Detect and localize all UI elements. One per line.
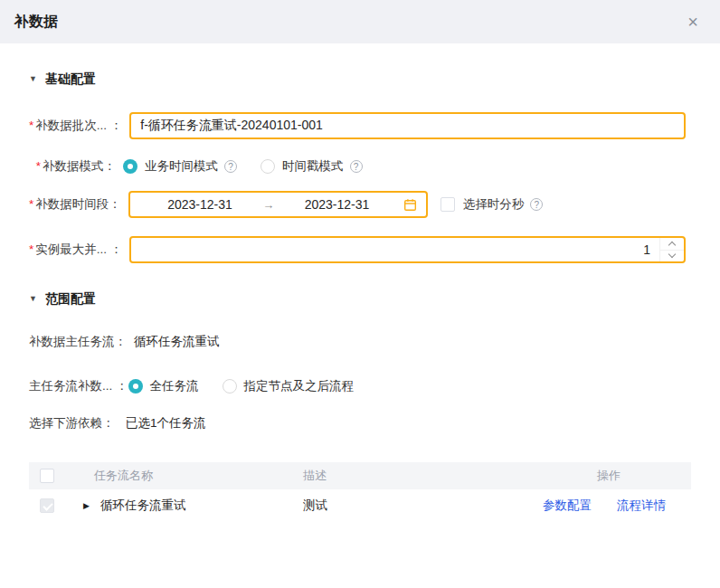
batch-name-input[interactable] — [129, 112, 686, 139]
period-label: *补数据时间段： — [29, 196, 121, 213]
dialog-body: ▼ 基础配置 *补数据批次... ： *补数据模式： 业务时间模式 ? — [0, 71, 720, 522]
expand-row-icon[interactable]: ▶ — [83, 501, 90, 510]
page-title: 补数据 — [14, 13, 58, 32]
flow-name: 循环任务流重试 — [100, 498, 186, 514]
number-spinner — [659, 238, 684, 261]
concurrency-label: *实例最大并... ： — [29, 242, 122, 258]
select-hms-option: 选择时分秒 ? — [441, 196, 544, 213]
concurrency-value-field[interactable] — [131, 238, 659, 261]
batch-name-row: *补数据批次... ： — [29, 112, 691, 139]
dialog-header: 补数据 × — [0, 0, 720, 43]
mode-label: *补数据模式： — [29, 158, 116, 175]
radio-unselected-icon — [261, 159, 275, 174]
row-actions-cell: 参数配置 流程详情 — [543, 498, 691, 514]
row-checkbox-checked-disabled — [40, 498, 54, 513]
flow-detail-link[interactable]: 流程详情 — [617, 498, 666, 514]
section-scope-config[interactable]: ▼ 范围配置 — [29, 290, 691, 308]
max-concurrency-row: *实例最大并... ： — [29, 236, 691, 263]
select-all-checkbox[interactable] — [40, 469, 54, 483]
time-period-row: *补数据时间段： 2023-12-31 → 2023-12-31 选择时分秒 — [29, 191, 691, 218]
main-flow-value: 循环任务流重试 — [134, 334, 220, 350]
scope-radio-group: 全任务流 指定节点及之后流程 — [128, 378, 378, 394]
radio-label: 时间戳模式 — [282, 158, 344, 175]
backfill-mode-row: *补数据模式： 业务时间模式 ? 时间戳模式 ? — [29, 158, 691, 175]
backfill-data-dialog: 补数据 × ▼ 基础配置 *补数据批次... ： *补数据模式： 业务时间模式 — [0, 0, 720, 522]
hms-label: 选择时分秒 — [463, 196, 525, 213]
radio-timestamp-mode[interactable]: 时间戳模式 ? — [261, 158, 363, 175]
required-asterisk: * — [29, 242, 33, 256]
section-basic-config[interactable]: ▼ 基础配置 — [29, 71, 691, 89]
required-asterisk: * — [29, 197, 33, 211]
close-icon[interactable]: × — [687, 13, 698, 31]
start-date[interactable]: 2023-12-31 — [139, 197, 261, 212]
decrement-button[interactable] — [660, 251, 684, 262]
flow-description: 测试 — [303, 498, 543, 514]
mode-radio-group: 业务时间模式 ? 时间戳模式 ? — [123, 158, 386, 175]
required-asterisk: * — [36, 159, 41, 173]
date-range-picker[interactable]: 2023-12-31 → 2023-12-31 — [128, 191, 428, 218]
header-checkbox-cell — [29, 469, 65, 483]
hms-checkbox[interactable] — [441, 197, 455, 212]
scope-mode-row: 主任务流补数... ： 全任务流 指定节点及之后流程 — [29, 378, 691, 394]
downstream-label: 选择下游依赖： — [29, 415, 123, 432]
radio-selected-icon — [128, 379, 143, 394]
help-icon[interactable]: ? — [530, 198, 543, 211]
section-basic-title: 基础配置 — [45, 71, 96, 88]
table-header-row: 任务流名称 描述 操作 — [29, 462, 691, 489]
column-header-flow-name: 任务流名称 — [65, 468, 303, 484]
table-row: ▶ 循环任务流重试 测试 参数配置 流程详情 — [29, 489, 691, 522]
increment-button[interactable] — [660, 238, 684, 251]
radio-whole-flow[interactable]: 全任务流 — [128, 378, 199, 394]
radio-from-node[interactable]: 指定节点及之后流程 — [223, 378, 355, 394]
end-date[interactable]: 2023-12-31 — [276, 197, 398, 212]
calendar-icon — [403, 198, 417, 212]
downstream-row: 选择下游依赖： 已选1个任务流 — [29, 415, 691, 432]
max-concurrency-input — [129, 236, 686, 263]
radio-label: 业务时间模式 — [145, 158, 218, 175]
section-scope-title: 范围配置 — [45, 291, 96, 308]
radio-label: 指定节点及之后流程 — [244, 378, 355, 394]
row-checkbox-cell — [29, 498, 65, 513]
scope-mode-label: 主任务流补数... ： — [29, 378, 128, 394]
radio-business-time-mode[interactable]: 业务时间模式 ? — [123, 158, 237, 175]
flow-name-cell: ▶ 循环任务流重试 — [65, 498, 303, 514]
column-header-description: 描述 — [303, 468, 543, 484]
arrow-right-icon: → — [262, 198, 274, 212]
main-flow-label: 补数据主任务流： — [29, 334, 127, 350]
param-config-link[interactable]: 参数配置 — [543, 498, 592, 514]
radio-selected-icon — [123, 159, 137, 174]
help-icon[interactable]: ? — [224, 160, 237, 173]
downstream-value: 已选1个任务流 — [126, 415, 206, 432]
collapse-triangle-icon: ▼ — [29, 74, 37, 83]
radio-label: 全任务流 — [150, 378, 199, 394]
radio-unselected-icon — [223, 379, 237, 394]
column-header-actions: 操作 — [543, 468, 691, 484]
batch-label: *补数据批次... ： — [29, 118, 122, 134]
main-flow-row: 补数据主任务流： 循环任务流重试 — [29, 334, 691, 350]
downstream-flow-table: 任务流名称 描述 操作 ▶ 循环任务流重试 测试 参数配置 流程详情 — [29, 462, 691, 522]
collapse-triangle-icon: ▼ — [29, 294, 37, 303]
required-asterisk: * — [29, 119, 33, 132]
help-icon[interactable]: ? — [350, 160, 363, 173]
